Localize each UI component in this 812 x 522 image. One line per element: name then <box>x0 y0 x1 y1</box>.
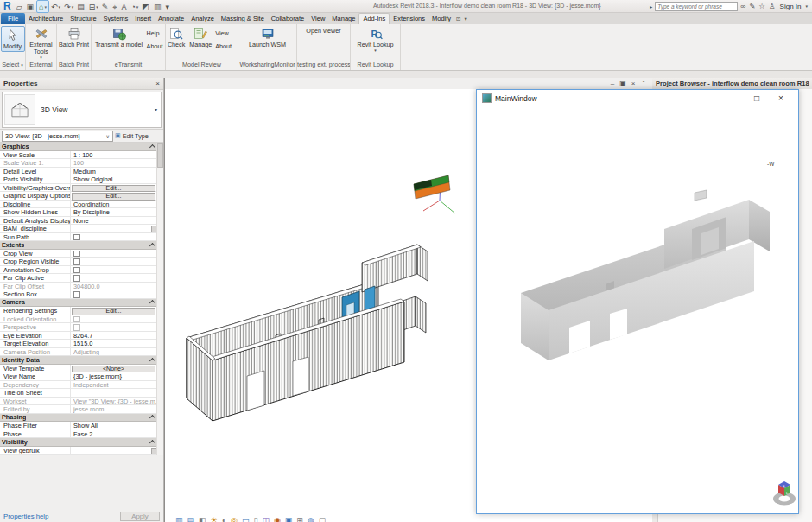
property-value[interactable]: Fase 2 <box>71 430 158 438</box>
property-row[interactable]: Show Hidden Lines By Discipline <box>0 208 158 217</box>
show-constraints-icon[interactable]: ⊞ <box>296 515 303 522</box>
property-row[interactable]: Identity Data <box>0 356 158 365</box>
property-value[interactable] <box>71 447 158 455</box>
close-button[interactable]: × <box>769 91 793 106</box>
property-row[interactable]: Dependency Independent <box>0 381 158 390</box>
property-value[interactable]: Show Original <box>71 175 158 183</box>
etransmit-help-button[interactable]: Help <box>147 29 163 37</box>
property-row[interactable]: Visibility/Graphics Overrides Edit... <box>0 184 158 193</box>
transmit-a-model-button[interactable]: Transmit a model <box>94 25 144 49</box>
property-row[interactable]: View Name {3D - jesse.mom} <box>0 372 158 381</box>
restore-view-icon[interactable]: ▣ <box>618 78 628 89</box>
model-review-view-button[interactable]: View <box>215 29 237 37</box>
3d-orbit-icon[interactable]: ◔▾ <box>129 1 140 12</box>
misc-view-icon[interactable]: ▢ <box>319 515 327 522</box>
crop-view-icon[interactable]: ▭ <box>242 515 250 522</box>
ribbon-tab[interactable]: Structure <box>67 13 99 24</box>
communication-center-icon[interactable]: ∞ <box>740 1 745 12</box>
property-value[interactable]: 1515.0 <box>71 340 158 347</box>
shadows-icon[interactable]: ◐ <box>222 515 226 522</box>
undo-icon[interactable]: ↶▾ <box>49 1 62 12</box>
property-row[interactable]: Perspective <box>0 323 158 332</box>
property-row[interactable]: Phase Fase 2 <box>0 430 158 439</box>
property-row[interactable]: Title on Sheet <box>0 389 158 398</box>
property-row[interactable]: Graphics <box>0 143 158 151</box>
property-value[interactable]: 1 : 100 <box>71 151 158 159</box>
property-row[interactable]: View Scale 1 : 100 <box>0 151 158 160</box>
property-value[interactable]: <None> <box>72 366 155 373</box>
model-review-about-button[interactable]: About... <box>215 42 237 50</box>
customize-qat-icon[interactable]: ▾ <box>163 1 172 12</box>
ribbon-tab[interactable]: Massing & Site <box>218 13 268 24</box>
property-value[interactable] <box>71 258 158 265</box>
edit-type-button[interactable]: ▣ Edit Type <box>115 132 162 140</box>
property-value[interactable] <box>71 266 158 274</box>
etransmit-about-button[interactable]: About <box>147 42 163 50</box>
section-icon[interactable]: ◩ <box>140 1 152 12</box>
property-row[interactable]: Scale Value 1: 100 <box>0 159 158 168</box>
property-row[interactable]: Visibility <box>0 438 158 447</box>
aligned-dimension-icon[interactable]: ✎ <box>100 1 111 12</box>
property-row[interactable]: Rendering Settings Edit... <box>0 307 158 315</box>
ribbon-display-icon[interactable]: ⊡ <box>454 13 462 24</box>
instance-selector[interactable]: 3D View: {3D - jesse.mom} ∨ <box>2 130 113 142</box>
property-row[interactable]: Phase Filter Show All <box>0 422 158 430</box>
detail-level-icon[interactable]: ▤ <box>187 515 195 522</box>
revit-lookup-button[interactable]: R Revit Lookup ▾ <box>352 25 399 53</box>
collapse-panel-icon[interactable]: ˆ <box>638 78 649 89</box>
property-row[interactable]: BAM_discipline <box>0 225 158 233</box>
property-row[interactable]: Parts Visibility Show Original <box>0 175 158 184</box>
redo-icon[interactable]: ↷▾ <box>62 1 75 12</box>
ribbon-tab[interactable]: Collaborate <box>268 13 308 24</box>
worksharing-display-icon[interactable]: ◍ <box>308 515 314 522</box>
project-browser-header[interactable]: Project Browser - interflow demo clean r… <box>652 78 812 90</box>
property-row[interactable]: Target Elevation 1515.0 <box>0 340 158 348</box>
ribbon-tab[interactable]: Manage <box>328 13 358 24</box>
property-row[interactable]: Discipline Coordination <box>0 201 158 209</box>
property-value[interactable]: Independent <box>71 381 158 389</box>
open-viewer-button[interactable]: Open viewer <box>306 27 340 35</box>
property-row[interactable]: Default Analysis Display Style None <box>0 217 158 226</box>
sun-path-icon[interactable]: ☀ <box>211 515 218 522</box>
modify-button[interactable]: Modify <box>1 26 25 52</box>
property-row[interactable]: Crop View <box>0 250 158 258</box>
property-row[interactable]: Far Clip Offset 304800.0 <box>0 283 158 291</box>
property-value[interactable]: 8264.7 <box>71 332 158 340</box>
property-row[interactable]: Eye Elevation 8264.7 <box>0 332 158 341</box>
ribbon-tab[interactable]: Architecture <box>25 13 67 24</box>
temporary-hide-isolate-icon[interactable]: ◫ <box>262 515 270 522</box>
visual-style-icon[interactable]: ◧ <box>199 515 206 522</box>
maximize-button[interactable]: □ <box>745 91 769 106</box>
property-row[interactable]: View gebruik <box>0 447 158 455</box>
tag-icon[interactable]: ⌖ <box>111 1 119 12</box>
ribbon-tab[interactable]: Modify <box>428 13 454 24</box>
properties-header[interactable]: Properties × <box>0 78 163 90</box>
manage-button[interactable]: Manage <box>188 25 213 49</box>
property-row[interactable]: Far Clip Active <box>0 274 158 283</box>
close-view-icon[interactable]: × <box>628 78 638 89</box>
property-value[interactable]: Adjusting <box>71 348 158 356</box>
property-value[interactable]: Coordination <box>71 201 158 208</box>
property-value[interactable] <box>71 233 158 241</box>
property-row[interactable]: Section Box <box>0 290 158 299</box>
property-value[interactable] <box>71 315 158 323</box>
property-row[interactable]: Sun Path <box>0 233 158 242</box>
3d-model-shaded[interactable]: F L <box>477 106 798 513</box>
ribbon-tab[interactable]: View <box>308 13 328 24</box>
show-crop-region-icon[interactable]: ▯ <box>253 515 257 522</box>
text-icon[interactable]: A <box>119 1 129 12</box>
save-icon[interactable]: ▣ <box>25 1 37 12</box>
type-selector-caret-icon[interactable]: ▾ <box>155 106 157 112</box>
print-icon[interactable]: ▤ <box>75 1 87 12</box>
property-value[interactable] <box>71 250 158 258</box>
property-value[interactable] <box>71 389 158 397</box>
close-properties-icon[interactable]: × <box>155 80 160 87</box>
external-tools-button[interactable]: External Tools ▾ <box>29 25 53 60</box>
properties-help-link[interactable]: Properties help <box>3 512 48 520</box>
open-icon[interactable]: ▱ <box>15 1 25 12</box>
ribbon-tab[interactable]: Annotate <box>155 13 187 24</box>
minimize-button[interactable]: – <box>720 91 745 106</box>
favorites-icon[interactable]: ☆ <box>758 1 765 12</box>
mainwindow-dialog[interactable]: MainWindow – □ × -W <box>476 89 799 514</box>
property-value[interactable]: 304800.0 <box>71 283 158 290</box>
